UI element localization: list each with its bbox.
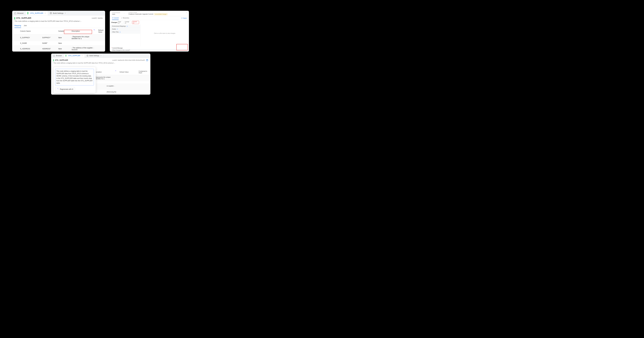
svg-point-8 bbox=[122, 18, 122, 18]
svg-point-0 bbox=[50, 13, 51, 13]
table-row[interactable]: S_ADDRESSADDRESS"false- The address of t… bbox=[12, 46, 105, 51]
col-contained-in-hash: Contained in Hash bbox=[137, 69, 150, 75]
diff-placeholder: Click on a file name to view changes bbox=[140, 20, 189, 47]
changes-panel: Changes Stage All Unstage All Discard Al… bbox=[110, 20, 140, 47]
fetch-icon bbox=[181, 18, 182, 19]
tabbar: Browser STG_SUPPLIER Build Settings bbox=[12, 11, 105, 16]
tab-build-settings[interactable]: Build Settings bbox=[48, 11, 68, 15]
page-title: STG_SUPPLIER bbox=[55, 59, 68, 61]
tree-item[interactable]: ›Nodes7 bbox=[110, 28, 140, 31]
help-icon[interactable] bbox=[146, 59, 148, 61]
subtab-join[interactable]: Join bbox=[24, 24, 27, 28]
tab-branches[interactable]: Branches bbox=[121, 16, 129, 20]
col-description: escription bbox=[94, 69, 118, 75]
unstage-all-button[interactable]: Unstage All bbox=[124, 21, 131, 24]
tab-commit[interactable]: ✦ Commit bbox=[112, 16, 119, 20]
col-default: Default Value bbox=[118, 69, 137, 75]
close-icon[interactable] bbox=[82, 55, 83, 56]
subtabs: Mapping Join bbox=[12, 24, 105, 28]
node-id: nodeID: 9ab0bc68-3584-45a9-9496-58c8a324… bbox=[112, 59, 145, 61]
home-icon bbox=[14, 12, 16, 14]
branch-icon bbox=[121, 17, 122, 19]
panel-git: Current Branch main › Current Commit Coa… bbox=[110, 11, 189, 51]
commit-message-label: * Commit Message bbox=[110, 47, 189, 49]
tab-stg-supplier[interactable]: STG_SUPPLIER bbox=[64, 54, 85, 58]
tabbar: Browser STG_SUPPLIER Build Settings bbox=[51, 54, 150, 58]
table-row[interactable]: S_NAMENAME"false bbox=[12, 41, 105, 46]
gear-icon bbox=[86, 55, 88, 57]
tree-item[interactable]: ›Environment Mappings1 bbox=[110, 25, 140, 28]
breadcrumb: Current Branch main › Current Commit Coa… bbox=[110, 11, 189, 16]
sparkle-icon bbox=[57, 88, 59, 90]
tab-build-settings-label: Build Settings bbox=[90, 55, 99, 57]
close-icon[interactable] bbox=[44, 12, 46, 14]
changes-title: Changes bbox=[111, 22, 117, 23]
tab-browser[interactable]: Browser bbox=[51, 54, 64, 58]
panel-stg-supplier-detail: Browser STG_SUPPLIER Build Settings STG_… bbox=[51, 54, 150, 94]
svg-point-7 bbox=[122, 18, 122, 18]
col-nullable: Nullable bbox=[57, 28, 70, 35]
ai-description-textbox[interactable]: This node defines a staging table to loa… bbox=[55, 69, 94, 85]
tree-item[interactable]: ›Other Files1 bbox=[110, 31, 140, 34]
mapping-table: Column Name Nullable Description Default… bbox=[12, 28, 105, 51]
col-default: Default Value bbox=[96, 28, 105, 35]
node-color-icon bbox=[14, 17, 15, 20]
subtab-mapping[interactable]: Mapping bbox=[14, 24, 21, 28]
page-title: STG_SUPPLIER bbox=[16, 17, 31, 19]
git-tabs: ✦ Commit Branches Fetch bbox=[110, 16, 189, 20]
svg-point-10 bbox=[87, 55, 88, 56]
node-description: This node defines a staging table to loa… bbox=[53, 61, 148, 65]
chevron-right-icon: › bbox=[124, 13, 124, 14]
ai-description-popover: This node defines a staging table to loa… bbox=[53, 67, 96, 93]
canvas: Browser STG_SUPPLIER Build Settings STG_… bbox=[0, 0, 203, 107]
table-row[interactable]: S_SUPPKEYSUPPKEY"false- Represents the u… bbox=[12, 34, 105, 41]
node-color-icon bbox=[53, 59, 54, 61]
panel-stg-supplier-mapping: Browser STG_SUPPLIER Build Settings STG_… bbox=[12, 11, 105, 51]
fetch-button[interactable]: Fetch bbox=[181, 16, 187, 20]
tab-browser-label: Browser bbox=[56, 55, 62, 57]
regenerate-button[interactable]: Regenerate with AI bbox=[55, 87, 75, 91]
header: STG_SUPPLIER nodeID: 9ab0bc This node de… bbox=[12, 16, 105, 24]
chevron-right-icon: › bbox=[111, 28, 112, 30]
sparkle-icon[interactable] bbox=[93, 29, 95, 32]
node-description: This node defines a staging table to loa… bbox=[14, 20, 103, 24]
node-color-icon bbox=[28, 12, 28, 14]
table-row[interactable] bbox=[94, 81, 150, 84]
tab-build-settings-label: Build Settings bbox=[53, 12, 64, 14]
close-icon[interactable] bbox=[100, 55, 102, 56]
chevron-right-icon: › bbox=[111, 26, 112, 27]
crumb-branch[interactable]: Current Branch main bbox=[112, 12, 120, 15]
uncommitted-badge: Uncommitted changes bbox=[154, 13, 168, 15]
table-row[interactable]: Represents the unique identifier for a bbox=[94, 75, 150, 81]
discard-all-button[interactable]: Discard All bbox=[132, 21, 139, 24]
col-name: Column Name bbox=[18, 28, 41, 35]
close-icon[interactable] bbox=[64, 12, 66, 14]
home-icon bbox=[53, 55, 55, 57]
header: STG_SUPPLIER nodeID: 9ab0bc68-3584-45a9-… bbox=[51, 58, 150, 65]
close-icon[interactable] bbox=[186, 12, 187, 14]
node-color-icon bbox=[66, 55, 66, 57]
commit-message-input[interactable] bbox=[112, 49, 189, 51]
tab-build-settings[interactable]: Build Settings bbox=[85, 54, 104, 58]
table-row[interactable]: S_COMMENTCOMMENT"true bbox=[53, 94, 106, 95]
crumb-commit[interactable]: Current Commit Coalesce: Automatic Upgra… bbox=[128, 12, 168, 15]
chevron-right-icon: › bbox=[111, 31, 112, 33]
node-id: nodeID: 9ab0bc bbox=[92, 17, 103, 19]
stage-all-button[interactable]: Stage All bbox=[117, 21, 123, 24]
commit-icon: ✦ bbox=[112, 17, 113, 19]
gear-icon bbox=[50, 12, 52, 14]
tab-browser-label: Browser bbox=[17, 12, 24, 14]
sparkle-icon[interactable] bbox=[115, 70, 117, 72]
tab-stg-supplier[interactable]: STG_SUPPLIER bbox=[26, 11, 48, 15]
tab-stg-supplier-label: STG_SUPPLIER bbox=[68, 55, 80, 57]
tab-browser[interactable]: Browser bbox=[12, 11, 26, 15]
tab-stg-supplier-label: STG_SUPPLIER bbox=[30, 12, 43, 14]
col-description: Description bbox=[70, 28, 97, 35]
